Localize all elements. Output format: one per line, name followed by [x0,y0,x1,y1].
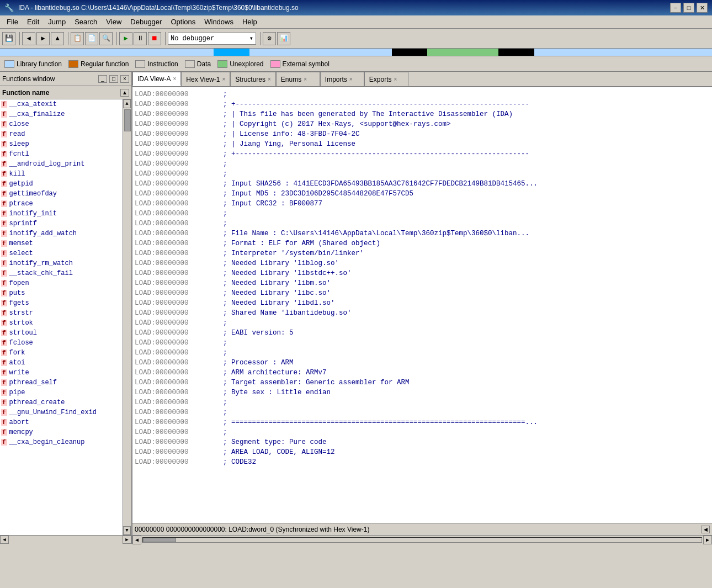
table-row[interactable]: LOAD:00000000 ; +-----------------------… [132,99,712,109]
tab-close-icon[interactable]: × [394,76,397,82]
list-item[interactable]: ffgets [0,298,123,308]
code-hscroll-right[interactable]: ▶ [703,536,712,544]
table-row[interactable]: LOAD:00000000 ; Needed Library 'libc.so' [132,288,712,298]
table-row[interactable]: LOAD:00000000 ; EABI version: 5 [132,328,712,338]
list-item[interactable]: f__gnu_Unwind_Find_exid [0,407,123,417]
list-item[interactable]: fgettimeofday [0,189,123,199]
toolbar-up[interactable]: ▲ [51,32,64,45]
list-item[interactable]: ffopen [0,278,123,288]
tab-close-icon[interactable]: × [349,76,353,82]
menu-item-file[interactable]: File [2,17,23,27]
list-item[interactable]: f__android_log_print [0,159,123,169]
table-row[interactable]: LOAD:00000000 ; [132,338,712,348]
list-item[interactable]: fptrace [0,199,123,209]
table-row[interactable]: LOAD:00000000 ; Processor : ARM [132,358,712,368]
list-item[interactable]: f__cxa_finalize [0,109,123,119]
table-row[interactable]: LOAD:00000000 ; ========================… [132,417,712,427]
list-item[interactable]: fclose [0,119,123,129]
table-row[interactable]: LOAD:00000000 ; Input CRC32 : BF000877 [132,199,712,209]
toolbar-save[interactable]: 💾 [2,32,15,45]
list-item[interactable]: fsleep [0,139,123,149]
table-row[interactable]: LOAD:00000000 ; [132,89,712,99]
table-row[interactable]: LOAD:00000000 ; Format : ELF for ARM (Sh… [132,239,712,248]
list-item[interactable]: fstrtok [0,318,123,328]
panel-float-button[interactable]: □ [109,75,118,83]
menu-item-help[interactable]: Help [238,17,262,27]
code-hscroll[interactable]: ◀ ▶ [132,535,712,544]
list-item[interactable]: ffork [0,348,123,358]
list-item[interactable]: f__stack_chk_fail [0,268,123,278]
menu-item-search[interactable]: Search [70,17,102,27]
table-row[interactable]: LOAD:00000000 ; [132,348,712,358]
list-item[interactable]: ffcntl [0,149,123,159]
list-item[interactable]: fread [0,129,123,139]
code-view[interactable]: LOAD:00000000 ;LOAD:00000000 ; +--------… [132,87,712,523]
close-button[interactable]: ✕ [697,3,708,13]
list-item[interactable]: f__cxa_atexit [0,99,123,109]
table-row[interactable]: LOAD:00000000 ; Byte sex : Little endian [132,388,712,398]
list-item[interactable]: fabort [0,417,123,427]
table-row[interactable]: LOAD:00000000 ; [132,169,712,179]
toolbar-pause[interactable]: ⏸ [134,32,147,45]
column-sort-icon[interactable]: ▲ [120,89,129,97]
maximize-button[interactable]: □ [683,3,694,13]
toolbar-extra1[interactable]: ⚙ [263,32,276,45]
table-row[interactable]: LOAD:00000000 ; Needed Library 'libdl.so… [132,298,712,308]
tab-close-icon[interactable]: × [222,76,225,82]
list-item[interactable]: finotify_init [0,209,123,219]
list-item[interactable]: fsprintf [0,219,123,229]
tab-close-icon[interactable]: × [173,76,176,82]
statusbar-scroll-button[interactable]: ◀ [701,526,710,533]
tab-close-icon[interactable]: × [304,76,307,82]
scroll-thumb[interactable] [124,109,131,131]
menu-item-debugger[interactable]: Debugger [126,17,166,27]
list-item[interactable]: fgetpid [0,179,123,189]
scroll-down-button[interactable]: ▼ [123,526,131,535]
debugger-dropdown[interactable]: No debugger ▾ [168,33,256,45]
table-row[interactable]: LOAD:00000000 ; Segment type: Pure code [132,437,712,447]
tab-close-icon[interactable]: × [268,76,271,82]
table-row[interactable]: LOAD:00000000 ; Input SHA256 : 4141EECD3… [132,179,712,189]
tab-imports[interactable]: Imports× [320,72,364,86]
panel-minimize-button[interactable]: _ [98,75,107,83]
hscroll-left-button[interactable]: ◀ [0,536,9,544]
table-row[interactable]: LOAD:00000000 ; Needed Library 'liblog.s… [132,258,712,268]
functions-scrollbar[interactable]: ▲ ▼ [123,99,131,535]
table-row[interactable]: LOAD:00000000 ; | Copyright (c) 2017 Hex… [132,119,712,129]
menu-item-options[interactable]: Options [166,17,200,27]
list-item[interactable]: ffclose [0,338,123,348]
tab-structures[interactable]: Structures× [230,72,276,86]
table-row[interactable]: LOAD:00000000 ; File Name : C:\Users\141… [132,229,712,239]
table-row[interactable]: LOAD:00000000 ; Needed Library 'libm.so' [132,278,712,288]
list-item[interactable]: fstrtoul [0,328,123,338]
table-row[interactable]: LOAD:00000000 ; [132,209,712,219]
table-row[interactable]: LOAD:00000000 ; [132,407,712,417]
table-row[interactable]: LOAD:00000000 ; Input MD5 : 23DC3D106D29… [132,189,712,199]
list-item[interactable]: fselect [0,248,123,258]
tab-ida-view-a[interactable]: IDA View-A× [132,72,181,86]
table-row[interactable]: LOAD:00000000 ; | This file has been gen… [132,109,712,119]
table-row[interactable]: LOAD:00000000 ; [132,318,712,328]
list-item[interactable]: fpipe [0,388,123,398]
list-item[interactable]: finotify_add_watch [0,229,123,239]
toolbar-back[interactable]: ◀ [22,32,35,45]
list-item[interactable]: fstrstr [0,308,123,318]
panel-close-button[interactable]: × [120,75,129,83]
toolbar-run[interactable]: ▶ [119,32,132,45]
tab-enums[interactable]: Enums× [276,72,320,86]
list-item[interactable]: fputs [0,288,123,298]
toolbar-copy[interactable]: 📋 [71,32,84,45]
table-row[interactable]: LOAD:00000000 ; | License info: 48-3FBD-… [132,129,712,139]
functions-list[interactable]: f__cxa_atexitf__cxa_finalizefclosefreadf… [0,99,123,535]
list-item[interactable]: fmemset [0,239,123,248]
scroll-up-button[interactable]: ▲ [123,99,131,108]
code-hscroll-thumb[interactable] [143,538,176,542]
toolbar-paste[interactable]: 📄 [85,32,98,45]
list-item[interactable]: fkill [0,169,123,179]
table-row[interactable]: LOAD:00000000 ; [132,427,712,437]
tab-hex-view-1[interactable]: Hex View-1× [181,72,230,86]
functions-hscroll[interactable]: ◀ ▶ [0,535,131,544]
menu-item-windows[interactable]: Windows [200,17,238,27]
hscroll-right-button[interactable]: ▶ [123,536,131,544]
toolbar-forward[interactable]: ▶ [36,32,50,45]
